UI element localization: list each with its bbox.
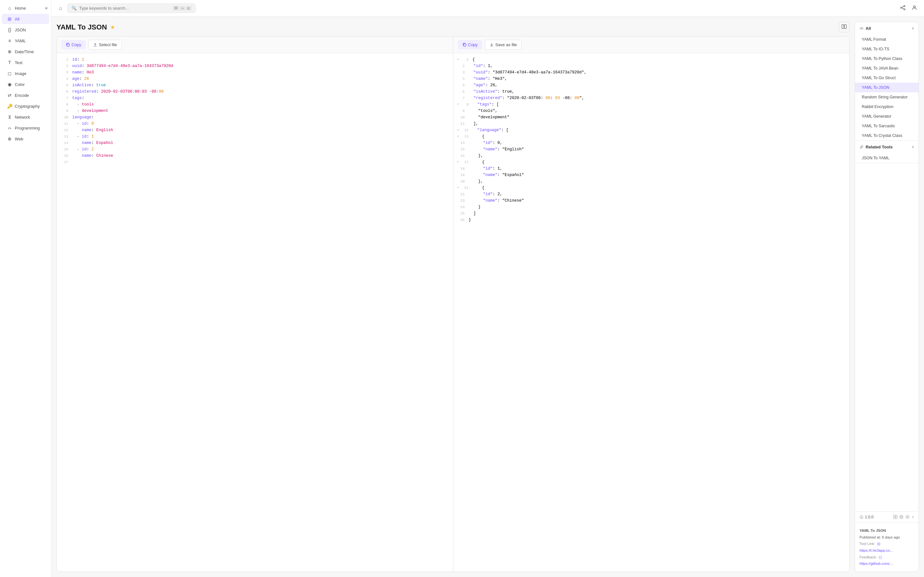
sidebar-item-label: JSON To YAML bbox=[862, 156, 889, 160]
sidebar-right-item-yaml-to-io-ts[interactable]: YAML To IO-TS bbox=[855, 44, 919, 54]
share-button[interactable] bbox=[898, 3, 907, 13]
table-row: 5 "age": 26, bbox=[453, 82, 850, 89]
collapse-arrow[interactable]: ▾ bbox=[457, 185, 459, 190]
line-number: 1 bbox=[461, 56, 469, 63]
network-icon: ⊻ bbox=[7, 114, 12, 119]
json-code-editor[interactable]: ▾1{2 "id": 1,3 "uuid": "3d877494-e7d4-48… bbox=[453, 53, 850, 572]
yaml-code-editor[interactable]: 1id: 12uuid: 3d877494-e7d4-48e3-aa7a-164… bbox=[57, 53, 453, 572]
sidebar-item-json[interactable]: {} JSON bbox=[2, 25, 49, 35]
line-number: 6 bbox=[61, 89, 68, 95]
tool-info-panel: YAML To JSON Published at: 6 days ago To… bbox=[855, 522, 919, 572]
line-number: 2 bbox=[61, 63, 68, 69]
yaml-dash: - bbox=[72, 121, 82, 126]
sidebar-right-item-random-string-generator[interactable]: Random String Generator bbox=[855, 92, 919, 102]
cryptography-icon: 🔑 bbox=[7, 103, 12, 109]
collapse-arrow[interactable]: ▾ bbox=[457, 102, 459, 107]
sidebar-right-item-yaml-to-json[interactable]: YAML To JSON bbox=[855, 83, 919, 92]
line-content: { bbox=[473, 185, 845, 191]
yaml-number: 1 bbox=[82, 57, 84, 62]
sidebar-item-web[interactable]: ⊕ Web bbox=[2, 134, 49, 144]
svg-rect-12 bbox=[893, 515, 895, 517]
table-row: 11 - id: 0 bbox=[57, 121, 453, 127]
sidebar-item-label: YAML To Python Class bbox=[862, 56, 902, 61]
user-button[interactable] bbox=[910, 3, 919, 13]
globe-icon bbox=[899, 515, 903, 519]
line-number: 10 bbox=[61, 114, 68, 120]
line-number: 14 bbox=[457, 140, 465, 146]
sidebar-item-label: Network bbox=[15, 115, 30, 119]
sidebar-item-home[interactable]: ⌂ Home bbox=[2, 3, 49, 13]
yaml-punct: : bbox=[91, 115, 94, 119]
yaml-value: Chinese bbox=[96, 153, 113, 158]
table-row: 3 "uuid": "3d877494-e7d4-48e3-aa7a-16437… bbox=[453, 69, 850, 76]
tool-link[interactable]: https://t.he3app.co... bbox=[859, 548, 893, 552]
editors-container: Copy Select file 1id: 12uuid: 3d877494-e… bbox=[57, 36, 850, 572]
sidebar-right-item-yaml-to-go-struct[interactable]: YAML To Go Struct bbox=[855, 73, 919, 83]
sidebar-item-yaml[interactable]: ≡ YAML bbox=[2, 35, 49, 46]
yaml-key: id bbox=[72, 57, 77, 62]
related-tools-header[interactable]: Related Tools ∨ bbox=[855, 141, 919, 153]
json-key: "id" bbox=[483, 166, 493, 171]
collapse-sidebar-button[interactable]: « bbox=[45, 5, 48, 11]
yaml-punct: : bbox=[91, 153, 96, 158]
json-key: "isActive" bbox=[473, 89, 498, 94]
line-content: "id": 2, bbox=[469, 191, 846, 197]
line-content: - id: 0 bbox=[72, 121, 449, 127]
favorite-button[interactable]: ★ bbox=[110, 24, 115, 31]
select-file-button[interactable]: Select file bbox=[88, 40, 121, 50]
related-item-json-to-yaml[interactable]: JSON To YAML bbox=[855, 153, 919, 163]
json-key: "id" bbox=[473, 64, 483, 68]
collapse-arrow[interactable]: ▾ bbox=[457, 127, 459, 133]
sidebar-right-item-yaml-to-python-class[interactable]: YAML To Python Class bbox=[855, 54, 919, 63]
sidebar-item-text[interactable]: T Text bbox=[2, 57, 49, 68]
sidebar-item-datetime[interactable]: ⊕ Date/Time bbox=[2, 47, 49, 57]
sidebar-item-programming[interactable]: ‹› Programming bbox=[2, 123, 49, 133]
sidebar-right-item-yaml-to-sarcastic[interactable]: YAML To Sarcastic bbox=[855, 121, 919, 131]
sidebar-right-item-yaml-format[interactable]: YAML Format bbox=[855, 35, 919, 44]
sidebar-item-network[interactable]: ⊻ Network bbox=[2, 112, 49, 122]
table-row: 12 name: English bbox=[57, 127, 453, 133]
table-row: 16 name: Chinese bbox=[57, 153, 453, 159]
json-number: 00 bbox=[575, 96, 580, 100]
sidebar-item-encode[interactable]: ⇄ Encode bbox=[2, 90, 49, 100]
json-copy-button[interactable]: Copy bbox=[458, 40, 482, 49]
yaml-toolbar: Copy Select file bbox=[57, 37, 453, 53]
sidebar-item-label: YAML Format bbox=[862, 37, 886, 42]
yaml-icon: ≡ bbox=[7, 38, 12, 43]
yaml-copy-button[interactable]: Copy bbox=[61, 40, 86, 49]
line-content: isActive: true bbox=[72, 82, 449, 89]
chevron-down-icon: ∨ bbox=[911, 26, 914, 31]
sidebar-right-item-yaml-to-crystal-class[interactable]: YAML To Crystal Class bbox=[855, 131, 919, 140]
sidebar-item-color[interactable]: ◉ Color bbox=[2, 79, 49, 89]
kbd-k: K bbox=[186, 6, 191, 11]
line-content: name: English bbox=[72, 127, 449, 133]
table-row: 17 bbox=[57, 159, 453, 165]
line-number: 12 bbox=[61, 127, 68, 133]
collapse-arrow[interactable]: ▾ bbox=[457, 160, 459, 165]
sidebar-item-cryptography[interactable]: 🔑 Cryptography bbox=[2, 101, 49, 111]
topbar: ⌂ 🔍 ⌘ + K bbox=[51, 0, 924, 17]
all-tools-header[interactable]: All ∨ bbox=[855, 22, 919, 35]
split-view-button[interactable] bbox=[838, 22, 850, 32]
line-number: 13 bbox=[461, 133, 469, 139]
collapse-arrow[interactable]: ▾ bbox=[457, 134, 459, 139]
published-info: Published at: 6 days ago bbox=[859, 534, 914, 541]
apps-icon bbox=[893, 515, 897, 519]
collapse-arrow[interactable]: ▾ bbox=[457, 57, 459, 62]
sidebar-right-item-yaml-generator[interactable]: YAML Generator bbox=[855, 111, 919, 121]
save-as-file-button[interactable]: Save as file bbox=[485, 40, 522, 50]
feedback-link[interactable]: https://github.com/... bbox=[859, 562, 893, 566]
sidebar-item-label: Home bbox=[15, 6, 26, 11]
sidebar-right-item-yaml-to-java-bean[interactable]: YAML To JAVA Bean bbox=[855, 63, 919, 73]
sidebar-item-all[interactable]: ⊞ All bbox=[2, 14, 49, 24]
sidebar-right-item-rabbit-encryption[interactable]: Rabbit Encryption bbox=[855, 102, 919, 111]
yaml-key: name bbox=[82, 153, 91, 158]
search-input[interactable] bbox=[79, 6, 170, 11]
yaml-key: uuid bbox=[72, 64, 82, 68]
home-button[interactable]: ⌂ bbox=[57, 4, 65, 13]
table-row: 9 - development bbox=[57, 108, 453, 114]
sidebar-item-image[interactable]: ◻ Image bbox=[2, 68, 49, 79]
yaml-dash: - bbox=[72, 147, 82, 152]
datetime-icon: ⊕ bbox=[7, 49, 12, 54]
table-row: 23 "name": "Chinese" bbox=[453, 197, 850, 204]
